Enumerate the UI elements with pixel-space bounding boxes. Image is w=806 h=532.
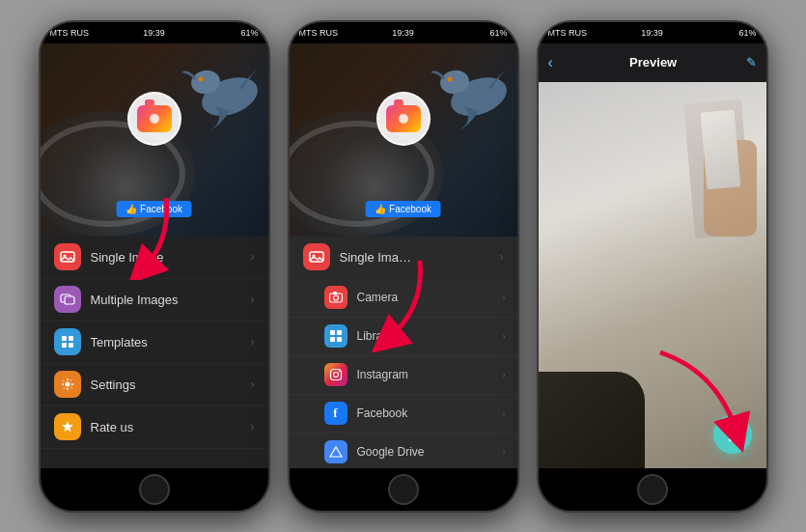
single-image-chevron: › bbox=[251, 250, 255, 264]
single-image-label: Single Image bbox=[91, 250, 251, 265]
svg-point-12 bbox=[65, 382, 69, 387]
library-icon bbox=[324, 324, 347, 348]
svg-rect-25 bbox=[330, 337, 335, 342]
library-chevron: › bbox=[502, 331, 505, 342]
rate-us-icon bbox=[54, 413, 81, 440]
status-bar-1: MTS RUS 19:39 61% bbox=[41, 22, 268, 43]
svg-rect-4 bbox=[61, 252, 74, 262]
settings-chevron: › bbox=[251, 378, 255, 391]
preview-navbar: ‹ Preview ✎ bbox=[539, 43, 766, 82]
submenu-library[interactable]: Library › bbox=[290, 318, 517, 356]
preview-title: Preview bbox=[561, 55, 746, 70]
menu-item-rate-us[interactable]: Rate us › bbox=[41, 406, 268, 449]
facebook-submenu-chevron: › bbox=[502, 408, 505, 419]
hero-bg-2: 👍 Facebook bbox=[290, 43, 517, 237]
hero-icon-2 bbox=[376, 92, 431, 146]
single-image-chevron-2: › bbox=[500, 250, 504, 264]
camera-icon bbox=[324, 286, 347, 309]
svg-marker-30 bbox=[330, 447, 342, 457]
bird-decoration bbox=[177, 53, 264, 150]
facebook-tag: 👍 Facebook bbox=[116, 201, 192, 217]
svg-rect-8 bbox=[62, 336, 67, 341]
screen-2: 👍 Facebook Single Ima… › bbox=[290, 43, 517, 468]
facebook-label: Facebook bbox=[140, 204, 182, 214]
submenu-list: Camera › Library › Instagr bbox=[290, 279, 517, 468]
svg-point-21 bbox=[333, 295, 338, 300]
camera-chevron: › bbox=[502, 293, 505, 303]
time-3: 19:39 bbox=[618, 28, 687, 38]
carrier-2: MTS RUS bbox=[299, 28, 369, 38]
status-bar-2: MTS RUS 19:39 61% bbox=[290, 22, 517, 43]
edit-button[interactable]: ✎ bbox=[746, 55, 757, 70]
phone-bottom-1 bbox=[41, 468, 268, 511]
carrier-3: MTS RUS bbox=[548, 28, 618, 38]
submenu-facebook[interactable]: f Facebook › bbox=[290, 395, 517, 434]
phone-2: MTS RUS 19:39 61% bbox=[288, 20, 519, 513]
single-image-icon-2 bbox=[303, 243, 330, 270]
main-menu-list: Single Image › Multiple Images › bbox=[41, 237, 268, 449]
hero-icon-inner-2 bbox=[386, 105, 421, 132]
back-button[interactable]: ‹ bbox=[548, 54, 553, 71]
instagram-chevron: › bbox=[502, 370, 505, 380]
multiple-images-label: Multiple Images bbox=[91, 293, 251, 307]
facebook-submenu-label: Facebook bbox=[357, 406, 503, 420]
app-hero-icon bbox=[127, 92, 181, 146]
battery-2: 61% bbox=[438, 28, 508, 38]
status-bar-3: MTS RUS 19:39 61% bbox=[539, 22, 766, 43]
home-button-3[interactable] bbox=[637, 474, 668, 505]
time-2: 19:39 bbox=[369, 28, 438, 38]
next-fab-button[interactable] bbox=[713, 415, 752, 454]
svg-rect-24 bbox=[337, 330, 342, 335]
menu-item-single-image[interactable]: Single Image › bbox=[41, 237, 268, 279]
submenu-instagram[interactable]: Instagram › bbox=[290, 356, 517, 395]
svg-rect-22 bbox=[333, 292, 337, 294]
menu-item-templates[interactable]: Templates › bbox=[41, 322, 268, 364]
hand-shape bbox=[704, 140, 757, 237]
home-button-2[interactable] bbox=[388, 474, 419, 505]
bag-shape bbox=[539, 372, 645, 468]
instagram-icon bbox=[324, 363, 347, 386]
phone-bottom-3 bbox=[539, 468, 766, 511]
bird-2 bbox=[426, 53, 513, 150]
multiple-images-icon bbox=[54, 286, 81, 313]
menu-item-single-image-2[interactable]: Single Ima… › bbox=[290, 237, 517, 279]
time-1: 19:39 bbox=[120, 28, 189, 38]
templates-label: Templates bbox=[91, 335, 251, 350]
submenu-google-drive[interactable]: Google Drive › bbox=[290, 434, 517, 468]
menu-partial: Single Ima… › bbox=[290, 237, 517, 279]
submenu-camera[interactable]: Camera › bbox=[290, 279, 517, 318]
facebook-label-2: Facebook bbox=[389, 204, 431, 214]
arrow-right-icon bbox=[723, 425, 742, 444]
single-image-icon bbox=[54, 243, 81, 270]
submenu-screen: 👍 Facebook Single Ima… › bbox=[290, 43, 517, 468]
svg-rect-23 bbox=[330, 330, 335, 335]
menu-item-multiple-images[interactable]: Multiple Images › bbox=[41, 279, 268, 322]
phone-3: MTS RUS 19:39 61% ‹ Preview ✎ bbox=[537, 20, 768, 513]
menu-item-settings[interactable]: Settings › bbox=[41, 364, 268, 406]
phone-bottom-2 bbox=[290, 468, 517, 511]
preview-image-area bbox=[539, 82, 766, 468]
carrier-1: MTS RUS bbox=[50, 28, 120, 38]
thumb-icon-2: 👍 bbox=[375, 204, 386, 214]
google-drive-icon bbox=[324, 440, 347, 463]
svg-rect-26 bbox=[337, 337, 342, 342]
multiple-images-chevron: › bbox=[251, 293, 255, 306]
library-label: Library bbox=[357, 329, 503, 343]
svg-rect-11 bbox=[69, 343, 73, 348]
svg-point-16 bbox=[447, 76, 452, 81]
battery-3: 61% bbox=[687, 28, 757, 38]
preview-photo bbox=[539, 82, 766, 468]
single-image-label-2: Single Ima… bbox=[340, 250, 500, 265]
screen-1: 👍 Facebook bbox=[41, 43, 268, 468]
svg-point-2 bbox=[198, 76, 203, 81]
camera-label: Camera bbox=[357, 291, 503, 304]
google-drive-label: Google Drive bbox=[357, 445, 503, 459]
battery-1: 61% bbox=[189, 28, 259, 38]
facebook-f: f bbox=[333, 406, 337, 421]
home-button-1[interactable] bbox=[139, 474, 170, 505]
phone-1: MTS RUS 19:39 61% bbox=[39, 20, 270, 513]
templates-icon bbox=[54, 328, 81, 355]
settings-icon bbox=[54, 371, 81, 398]
thumb-icon: 👍 bbox=[125, 204, 137, 214]
rate-us-label: Rate us bbox=[91, 420, 251, 434]
